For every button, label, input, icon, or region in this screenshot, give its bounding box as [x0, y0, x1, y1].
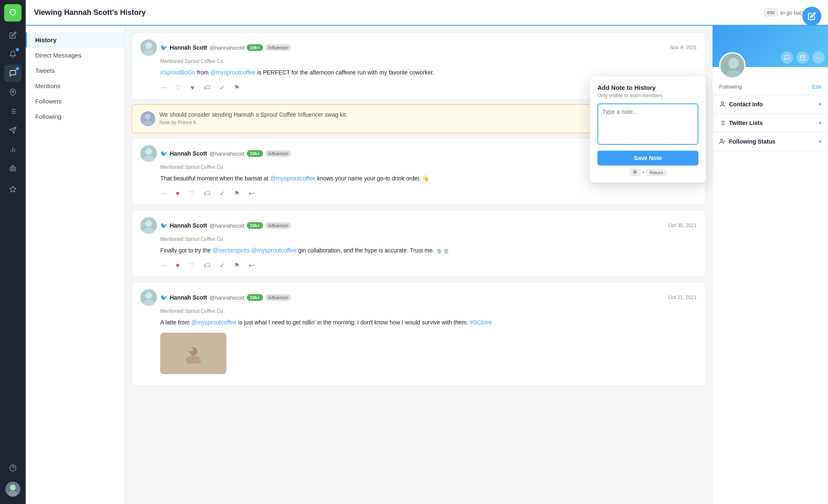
- popover-title: Add Note to History: [597, 84, 698, 91]
- following-status-text: Following: [719, 84, 742, 90]
- reply-button[interactable]: ↩: [248, 189, 255, 198]
- send-icon[interactable]: [4, 122, 22, 139]
- svg-rect-42: [801, 55, 805, 60]
- heart-outline-button[interactable]: ♡: [188, 189, 195, 198]
- tweet-meta: 🐦 Hannah Scott @hannahscott 10k+ Influen…: [160, 44, 291, 51]
- content-row: History Direct Messages Tweets Mentions …: [26, 26, 828, 504]
- badge-10k: 10k+: [247, 294, 263, 301]
- following-status-chevron-icon: ▾: [819, 139, 821, 144]
- approve-button[interactable]: ✓: [219, 83, 226, 92]
- tweet-content: Finally got to try the @nectarspirits @m…: [140, 246, 697, 255]
- heart-filled-button[interactable]: ♥: [175, 261, 181, 270]
- more-options-button[interactable]: ···: [160, 189, 167, 198]
- badge-influencer: Influencer: [265, 222, 291, 229]
- following-status-label: Following Status: [729, 138, 775, 145]
- more-options-button[interactable]: ···: [160, 261, 167, 270]
- sidebar-item-followers[interactable]: Followers: [26, 94, 125, 109]
- tweet-actions: ··· ♥ ♡ 🏷 ✓ ⚑ ↩: [140, 261, 697, 270]
- profile-actions: ···: [781, 51, 825, 64]
- svg-point-31: [145, 220, 152, 227]
- tweet-header: 🐦 Hannah Scott @hannahscott 10k+ Influen…: [140, 39, 697, 56]
- star-icon[interactable]: [4, 180, 22, 198]
- sidebar-item-tweets[interactable]: Tweets: [26, 63, 125, 78]
- brand-logo[interactable]: [4, 4, 22, 22]
- contact-info-header[interactable]: Contact Info ▾: [712, 95, 828, 113]
- mention-link[interactable]: @nectarspirits: [212, 247, 250, 254]
- tweet-header-left: 🐦 Hannah Scott @hannahscott 10k+ Influen…: [140, 39, 291, 56]
- sidebar-item-following[interactable]: Following: [26, 109, 125, 124]
- heart-outline-button[interactable]: ♡: [188, 261, 195, 270]
- note-textarea[interactable]: [597, 103, 698, 145]
- flag-button[interactable]: ⚑: [233, 189, 241, 198]
- sidebar-item-mentions[interactable]: Mentions: [26, 78, 125, 94]
- mention-link[interactable]: @mysproutcoffee: [251, 247, 297, 254]
- twitter-lists-section: Twitter Lists ▾: [712, 114, 828, 132]
- twitter-bird-icon: 🐦: [160, 294, 167, 301]
- tweet-date: Oct 30, 2021: [668, 223, 697, 228]
- sidebar-item-history[interactable]: History: [26, 32, 125, 48]
- compose-icon-sidebar[interactable]: [4, 26, 22, 44]
- contact-info-label: Contact Info: [729, 101, 763, 108]
- return-key-badge: Return: [646, 169, 666, 176]
- flag-button[interactable]: ⚑: [233, 261, 241, 270]
- message-action-button[interactable]: [781, 51, 793, 64]
- tweet-meta: 🐦 Hannah Scott @hannahscott 10k+ Influen…: [160, 222, 291, 229]
- badge-influencer: Influencer: [265, 294, 291, 301]
- hashtag-link[interactable]: #SClove: [470, 319, 492, 326]
- analytics-icon[interactable]: [4, 141, 22, 158]
- tweet-name: Hannah Scott: [170, 150, 207, 157]
- bot-icon[interactable]: [4, 160, 22, 177]
- heart-outline-button[interactable]: ♡: [175, 83, 182, 92]
- sidebar-item-direct-messages[interactable]: Direct Messages: [26, 48, 125, 63]
- more-options-button[interactable]: ···: [160, 83, 167, 92]
- svg-point-40: [728, 58, 739, 69]
- twitter-lists-header[interactable]: Twitter Lists ▾: [712, 114, 828, 132]
- approve-button[interactable]: ✓: [219, 189, 226, 198]
- badge-10k: 10k+: [247, 44, 263, 51]
- tag-button[interactable]: 🏷: [203, 261, 211, 270]
- sidebar: [0, 0, 26, 504]
- notifications-icon[interactable]: [4, 46, 22, 63]
- avatar: [140, 145, 157, 162]
- right-panel: ··· Following Edit Contact Info ▾: [712, 26, 828, 504]
- tweet-date: Nov 8, 2021: [670, 45, 697, 50]
- hashtag-link[interactable]: #SproutBoGo: [160, 69, 195, 76]
- tweet-header: 🐦 Hannah Scott @hannahscott 10k+ Influen…: [140, 289, 697, 306]
- list-icon[interactable]: [4, 103, 22, 120]
- tweet-handle: @hannahscott: [209, 45, 244, 51]
- tag-button[interactable]: 🏷: [203, 189, 211, 198]
- tweet-name: Hannah Scott: [170, 222, 207, 229]
- calendar-action-button[interactable]: [797, 51, 809, 64]
- heart-filled-button[interactable]: ♥: [190, 83, 195, 92]
- approve-button[interactable]: ✓: [219, 261, 226, 270]
- badge-influencer: Influencer: [265, 150, 291, 157]
- pin-icon[interactable]: [4, 84, 22, 101]
- messages-icon[interactable]: [4, 65, 22, 82]
- mention-link[interactable]: @mysproutcoffee: [270, 175, 315, 182]
- svg-point-46: [721, 102, 723, 104]
- mention-link[interactable]: @mysproutcoffee: [191, 319, 237, 326]
- tag-button[interactable]: 🏷: [203, 83, 211, 92]
- save-note-button[interactable]: Save Note: [597, 151, 698, 166]
- svg-point-38: [190, 348, 193, 351]
- compose-fab-button[interactable]: [802, 7, 821, 26]
- heart-filled-button[interactable]: ♥: [175, 189, 181, 198]
- twitter-lists-label: Twitter Lists: [729, 120, 763, 126]
- tweet-name: Hannah Scott: [170, 44, 207, 51]
- notification-dot: [16, 48, 19, 51]
- svg-point-25: [145, 114, 151, 120]
- flag-button[interactable]: ⚑: [233, 83, 241, 92]
- messages-dot: [16, 67, 19, 70]
- reply-button[interactable]: ↩: [248, 261, 255, 270]
- user-avatar[interactable]: [5, 482, 20, 497]
- help-icon[interactable]: [4, 459, 22, 477]
- tweet-date: Oct 21, 2021: [668, 295, 697, 300]
- note-text: We should consider sending Hannah a Spro…: [159, 111, 347, 118]
- avatar: [140, 217, 157, 234]
- more-action-button[interactable]: ···: [812, 51, 825, 64]
- following-status-header[interactable]: Following Status ▾: [712, 132, 828, 151]
- mention-link[interactable]: @mysproutcoffee: [210, 69, 256, 76]
- left-nav: History Direct Messages Tweets Mentions …: [26, 26, 125, 504]
- edit-link[interactable]: Edit: [812, 84, 821, 90]
- profile-banner-section: ···: [712, 26, 828, 82]
